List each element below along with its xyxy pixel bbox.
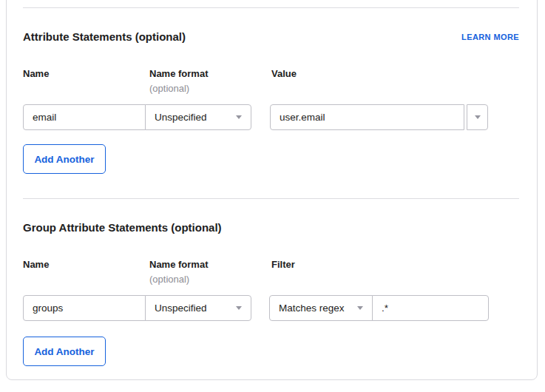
optional-hint: (optional) — [149, 83, 271, 94]
column-labels-row: Name Name format (optional) Value — [23, 68, 519, 94]
section-divider — [23, 198, 519, 199]
group-attribute-statements-heading: Group Attribute Statements (optional) — [23, 222, 222, 234]
page: Attribute Statements (optional) LEARN MO… — [0, 0, 545, 392]
filter-value-input[interactable] — [372, 295, 489, 321]
add-another-button[interactable]: Add Another — [23, 144, 106, 174]
name-column-label: Name — [23, 259, 149, 285]
attribute-name-input[interactable] — [23, 104, 146, 130]
name-format-column-label: Name format — [149, 68, 271, 79]
name-format-selected-value: Unspecified — [155, 303, 207, 314]
filter-type-select[interactable]: Matches regex — [269, 295, 373, 321]
attribute-value-input[interactable] — [270, 104, 464, 130]
column-gap — [251, 104, 270, 130]
name-column-label: Name — [23, 68, 149, 94]
chevron-down-icon — [236, 306, 242, 310]
name-format-selected-value: Unspecified — [155, 112, 207, 123]
filter-column-label: Filter — [271, 259, 519, 285]
attribute-statements-section: Attribute Statements (optional) LEARN MO… — [23, 31, 519, 174]
learn-more-link[interactable]: LEARN MORE — [461, 33, 519, 42]
attribute-statements-heading: Attribute Statements (optional) — [23, 31, 186, 43]
column-labels-row: Name Name format (optional) Filter — [23, 259, 519, 285]
section-divider — [23, 7, 519, 8]
chevron-down-icon — [236, 115, 242, 119]
group-attribute-name-input[interactable] — [23, 295, 146, 321]
attribute-value-group — [270, 104, 488, 130]
chevron-down-icon — [357, 306, 363, 310]
name-format-select[interactable]: Unspecified — [145, 104, 251, 130]
value-column-label: Value — [271, 68, 519, 94]
column-gap — [251, 295, 269, 321]
name-format-select[interactable]: Unspecified — [145, 295, 251, 321]
attribute-row: Unspecified — [23, 104, 519, 130]
filter-group: Matches regex — [269, 295, 489, 321]
optional-hint: (optional) — [149, 274, 271, 285]
saml-settings-card: Attribute Statements (optional) LEARN MO… — [6, 0, 538, 380]
value-dropdown-button[interactable] — [467, 104, 488, 130]
name-format-column-label: Name format — [149, 259, 271, 270]
filter-type-selected-value: Matches regex — [279, 303, 345, 314]
group-attribute-statements-section: Group Attribute Statements (optional) Na… — [23, 222, 519, 366]
group-attribute-row: Unspecified Matches regex — [23, 295, 519, 321]
add-another-button[interactable]: Add Another — [23, 337, 106, 366]
chevron-down-icon — [475, 115, 481, 119]
